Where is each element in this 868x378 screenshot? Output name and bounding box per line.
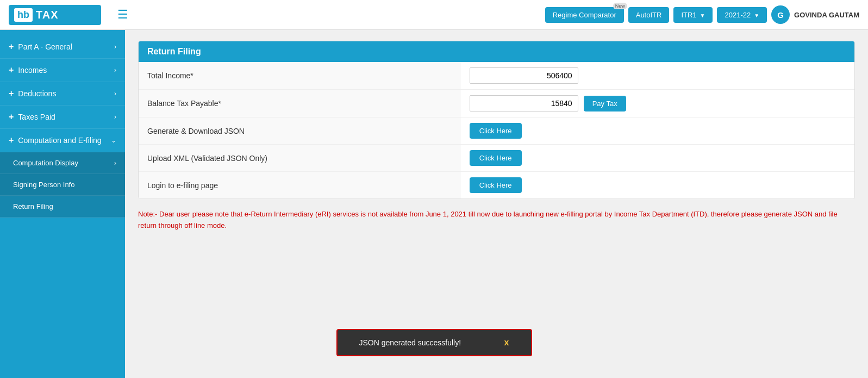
card-title: Return Filing [139,41,854,62]
sidebar-item-computation-display[interactable]: Computation Display › [0,152,125,174]
sidebar: + Part A - General › + Incomes › + Deduc… [0,30,125,378]
year-button[interactable]: 2021-22 [717,7,767,23]
balance-tax-input[interactable] [470,95,578,111]
new-badge: New [613,3,627,9]
autoitr-button[interactable]: AutoITR [628,7,670,23]
content-area: Return Filing Total Income* Balance Tax … [125,30,868,378]
upload-xml-label: Upload XML (Validated JSON Only) [139,145,461,172]
login-efiling-value-cell: Click Here [461,172,854,199]
login-efiling-row: Login to e-filing page Click Here [139,172,854,199]
upload-xml-value-cell: Click Here [461,145,854,172]
login-efiling-label: Login to e-filing page [139,172,461,199]
toast-message: JSON generated successfully! [359,338,461,347]
logo-hb: hb [14,8,33,22]
chevron-right-icon: › [114,113,116,121]
generate-json-button[interactable]: Click Here [470,123,522,139]
sidebar-item-incomes[interactable]: + Incomes › [0,59,125,82]
year-chevron-icon [754,11,759,19]
generate-json-row: Generate & Download JSON Click Here [139,117,854,145]
sidebar-item-signing-person-info[interactable]: Signing Person Info [0,174,125,196]
chevron-down-icon: ⌄ [111,137,116,144]
plus-icon: + [9,112,14,122]
pay-tax-button[interactable]: Pay Tax [584,96,626,111]
total-income-label: Total Income* [139,62,461,90]
login-efiling-button[interactable]: Click Here [470,177,522,193]
logo-area: hb TAX [9,5,101,25]
total-income-row: Total Income* [139,62,854,90]
chevron-right-icon: › [114,90,116,97]
plus-icon: + [9,42,14,52]
avatar: G [771,5,790,24]
return-filing-card: Return Filing Total Income* Balance Tax … [138,41,855,199]
chevron-right-icon: › [114,159,116,167]
header-actions: New Regime Comparator AutoITR ITR1 2021-… [545,5,859,24]
balance-tax-label: Balance Tax Payable* [139,90,461,117]
chevron-right-icon: › [114,66,116,74]
user-name: GOVINDA GAUTAM [794,11,859,19]
plus-icon: + [9,89,14,98]
logo-tax: TAX [36,9,59,21]
sidebar-item-deductions[interactable]: + Deductions › [0,82,125,106]
chevron-right-icon: › [114,43,116,51]
header: hb TAX ☰ New Regime Comparator AutoITR I… [0,0,868,30]
total-income-value-cell [461,62,854,90]
itr1-button[interactable]: ITR1 [673,7,713,23]
note-text: Note:- Dear user please note that e-Retu… [138,209,855,232]
balance-tax-row: Balance Tax Payable* Pay Tax [139,90,854,117]
toast-notification: JSON generated successfully! x [336,329,532,356]
balance-tax-value-cell: Pay Tax [461,90,854,117]
itr1-chevron-icon [700,11,705,19]
hamburger-icon[interactable]: ☰ [112,8,134,22]
regime-comparator-button[interactable]: New Regime Comparator [545,7,624,23]
main-layout: + Part A - General › + Incomes › + Deduc… [0,30,868,378]
toast-close-button[interactable]: x [504,338,509,348]
form-table: Total Income* Balance Tax Payable* Pay T… [139,62,854,199]
total-income-input[interactable] [470,67,578,84]
generate-json-label: Generate & Download JSON [139,117,461,145]
generate-json-value-cell: Click Here [461,117,854,145]
sidebar-item-part-a-general[interactable]: + Part A - General › [0,35,125,59]
upload-xml-row: Upload XML (Validated JSON Only) Click H… [139,145,854,172]
plus-icon: + [9,135,14,145]
sidebar-item-computation-efiling[interactable]: + Computation and E-filing ⌄ [0,129,125,152]
upload-xml-button[interactable]: Click Here [470,150,522,166]
plus-icon: + [9,65,14,75]
sidebar-item-return-filing[interactable]: Return Filing [0,196,125,218]
sidebar-item-taxes-paid[interactable]: + Taxes Paid › [0,106,125,129]
